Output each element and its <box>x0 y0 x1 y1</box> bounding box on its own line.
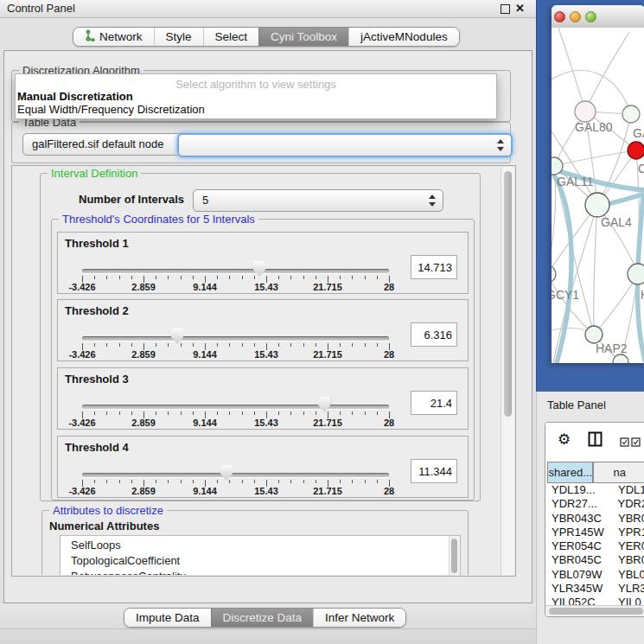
slider-tick <box>119 411 120 415</box>
slider-tick <box>352 480 353 483</box>
slider-tick <box>156 411 156 415</box>
network-node[interactable] <box>622 105 640 123</box>
slider-tick <box>316 411 316 415</box>
slider-track[interactable] <box>82 336 389 341</box>
tab-impute-data[interactable]: Impute Data <box>124 609 211 627</box>
close-icon[interactable]: ✕ <box>515 2 525 16</box>
scrollbar-thumb[interactable] <box>504 171 512 417</box>
slider-tick <box>94 276 95 279</box>
settings-scrollpane: Interval Definition Number of Intervals … <box>11 165 516 577</box>
network-node[interactable] <box>585 193 609 217</box>
select-columns-icon[interactable] <box>620 435 642 450</box>
threshold-value-field[interactable] <box>411 322 457 347</box>
tab-discretize-data[interactable]: Discretize Data <box>211 609 314 627</box>
dropdown-option-equal-width[interactable]: Equal Width/Frequency Discretization <box>17 103 205 116</box>
cell-name: YBL0 <box>614 568 644 582</box>
list-item[interactable]: SelfLoops <box>61 538 450 553</box>
column-header-shared-name[interactable]: shared... <box>547 462 593 483</box>
scrollbar-thumb[interactable] <box>549 608 643 615</box>
threshold-value-field[interactable] <box>411 391 457 415</box>
slider-tick <box>217 343 218 347</box>
slider-thumb[interactable] <box>318 397 330 412</box>
number-of-intervals-combobox[interactable]: 5 <box>193 189 443 212</box>
list-item[interactable]: BetweennessCentrality <box>61 569 450 575</box>
attributes-group: Attributes to discretize Numerical Attri… <box>41 510 469 575</box>
network-view-window: GAL80GACGAL11GAL4GCY1HHAP2 <box>552 5 644 363</box>
scroll-viewport: Interval Definition Number of Intervals … <box>13 167 501 575</box>
slider-tick <box>316 480 316 483</box>
table-row[interactable]: YER054CYER0 <box>545 539 644 553</box>
slider-tick-label: 15.43 <box>254 418 278 428</box>
table-row[interactable]: YBL079WYBL0 <box>545 568 644 582</box>
gear-icon[interactable]: ⚙ <box>558 432 571 447</box>
network-canvas[interactable]: GAL80GACGAL11GAL4GCY1HHAP2 <box>552 28 644 363</box>
desktop-background: GAL80GACGAL11GAL4GCY1HHAP2 <box>536 0 644 392</box>
column-header-name[interactable]: na <box>593 462 644 483</box>
table-row[interactable]: YDR27...YDR2 <box>545 497 644 511</box>
scrollbar-thumb[interactable] <box>451 539 457 573</box>
network-node[interactable] <box>575 101 596 122</box>
close-traffic-light-icon[interactable] <box>554 11 565 22</box>
slider-track[interactable] <box>82 473 389 477</box>
slider-thumb[interactable] <box>253 261 265 277</box>
zoom-traffic-light-icon[interactable] <box>585 11 596 22</box>
slider-tick <box>303 276 304 279</box>
slider-track[interactable] <box>82 269 389 273</box>
slider-tick <box>168 276 169 279</box>
table-row[interactable]: YBR043CYBR0 <box>545 512 644 526</box>
column-layout-icon[interactable] <box>588 431 603 450</box>
table-rows: YDL19...YDL1YDR27...YDR2YBR043CYBR0YPR14… <box>545 483 644 610</box>
slider-tick <box>106 411 107 415</box>
slider-tick <box>278 480 279 483</box>
network-node[interactable] <box>552 265 556 283</box>
list-item[interactable]: TopologicalCoefficient <box>61 553 450 569</box>
tab-infer-network[interactable]: Infer Network <box>313 609 405 627</box>
network-node[interactable] <box>628 264 644 284</box>
tab-style[interactable]: Style <box>154 28 203 46</box>
table-row[interactable]: YPR145WYPR1 <box>545 526 644 539</box>
threshold-label: Threshold 3 <box>65 373 129 386</box>
slider-thumb[interactable] <box>220 465 233 481</box>
combo-arrows-icon <box>428 194 436 207</box>
slider-tick <box>365 480 366 483</box>
tab-cyni-toolbox[interactable]: Cyni Toolbox <box>258 28 348 46</box>
table-horizontal-scrollbar[interactable] <box>545 605 644 617</box>
table-row[interactable]: YBR045CYBR0 <box>545 553 644 567</box>
slider-tick <box>131 480 132 483</box>
threshold-value-field[interactable] <box>411 255 457 279</box>
tab-jactivemnodules[interactable]: jActiveMNodules <box>348 28 459 46</box>
slider-tick-label: 28 <box>384 418 394 428</box>
tab-label: Select <box>215 30 248 43</box>
network-node[interactable] <box>628 142 644 159</box>
float-window-icon[interactable] <box>501 4 510 14</box>
list-scrollbar[interactable] <box>449 536 460 575</box>
cell-name: YPR1 <box>614 526 644 539</box>
slider-tick-label: 15.43 <box>254 282 278 292</box>
network-node[interactable] <box>613 354 628 363</box>
network-node-label: GAL80 <box>575 120 613 134</box>
slider-tick <box>168 411 169 415</box>
table-row[interactable]: YDL19...YDL1 <box>545 483 644 497</box>
panel-scrollbar[interactable] <box>501 167 514 575</box>
tab-select[interactable]: Select <box>203 28 259 46</box>
cell-shared-name: YDL19... <box>545 483 614 497</box>
slider-tick <box>290 411 291 415</box>
slider-tick-label: 21.715 <box>313 486 342 496</box>
slider-track[interactable] <box>82 405 389 409</box>
dropdown-option-manual[interactable]: Manual Discretization <box>17 90 133 103</box>
tab-network[interactable]: Network <box>73 28 154 46</box>
application-window: Control Panel ✕ Network Style <box>0 0 644 644</box>
threshold-value-field[interactable] <box>411 459 457 483</box>
table-row[interactable]: YLR345WYLR3 <box>545 582 644 596</box>
algorithm-combobox[interactable] <box>177 133 513 157</box>
slider-tick <box>94 480 95 483</box>
minimize-traffic-light-icon[interactable] <box>570 11 581 22</box>
slider-tick <box>181 411 182 415</box>
slider-thumb[interactable] <box>171 328 183 344</box>
network-node-label: GAL11 <box>557 175 594 188</box>
cell-name: YBR0 <box>614 553 644 567</box>
slider-tick <box>119 343 120 347</box>
cell-name: YDL1 <box>614 483 644 497</box>
tab-label: Discretize Data <box>223 611 303 624</box>
network-node[interactable] <box>585 326 603 343</box>
